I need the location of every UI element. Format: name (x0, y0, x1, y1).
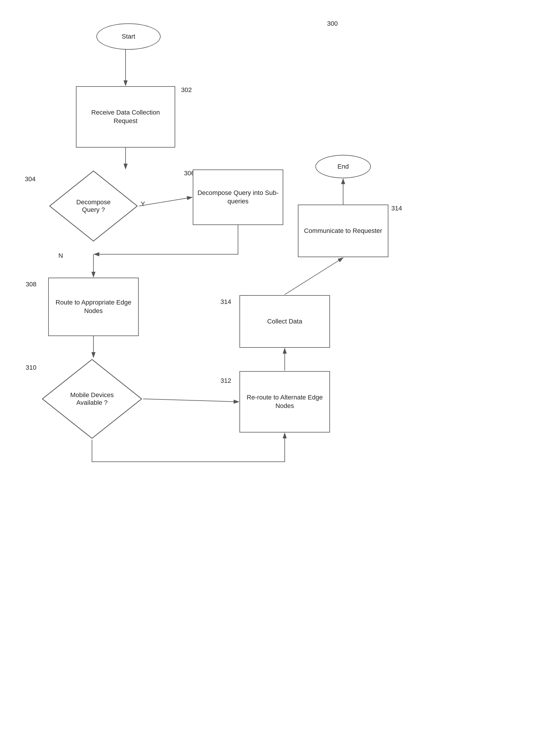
reroute-label: Re-route to Alternate Edge Nodes (240, 391, 329, 412)
svg-line-5 (139, 197, 192, 206)
ref-310: 310 (26, 364, 36, 371)
yes-label: Y (141, 200, 145, 208)
reroute-node: Re-route to Alternate Edge Nodes (239, 371, 330, 432)
no-label: N (59, 252, 63, 260)
decompose-query-label: Decompose Query ? (74, 198, 112, 213)
ref-308: 308 (26, 281, 36, 288)
decompose-query-node: Decompose Query ? (48, 169, 139, 242)
svg-line-10 (285, 258, 343, 295)
decompose-subqueries-label: Decompose Query into Sub-queries (193, 187, 283, 208)
start-node: Start (96, 23, 161, 50)
mobile-devices-node: Mobile Devices Available ? (41, 358, 143, 440)
ref-314-communicate: 314 (391, 204, 402, 212)
ref-314-collect: 314 (220, 298, 231, 306)
route-edge-nodes-node: Route to Appropriate Edge Nodes (48, 277, 139, 336)
route-edge-nodes-label: Route to Appropriate Edge Nodes (49, 296, 138, 317)
ref-312: 312 (220, 377, 231, 385)
svg-line-8 (143, 399, 239, 402)
ref-304: 304 (25, 175, 36, 183)
collect-data-label: Collect Data (265, 315, 305, 328)
receive-data-collection-request-node: Receive Data Collection Request (76, 86, 175, 147)
flowchart-diagram: 300 Start 302 Receive Data Collection Re… (0, 0, 556, 756)
diagram-title: 300 (327, 20, 338, 28)
mobile-devices-label: Mobile Devices Available ? (70, 391, 114, 406)
collect-data-node: Collect Data (239, 295, 330, 348)
communicate-requester-label: Communicate to Requester (302, 224, 385, 238)
start-label: Start (119, 30, 138, 43)
communicate-requester-node: Communicate to Requester (298, 204, 388, 257)
end-label: End (335, 160, 351, 173)
ref-302: 302 (181, 86, 192, 94)
end-node: End (315, 155, 371, 178)
receive-data-label: Receive Data Collection Request (76, 106, 175, 127)
decompose-subqueries-node: Decompose Query into Sub-queries (193, 169, 283, 225)
